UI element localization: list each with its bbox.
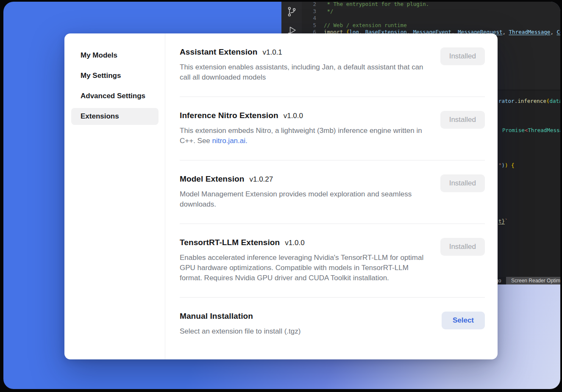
extension-version: v1.0.27: [249, 175, 273, 184]
extension-row-manual-installation: Manual Installation Select an extension …: [180, 297, 485, 351]
extension-version: v1.0.1: [263, 48, 282, 57]
extension-row-assistant: Assistant Extension v1.0.1 This extensio…: [180, 33, 485, 97]
code-fragment: ")) {: [498, 162, 515, 169]
extension-name: Assistant Extension: [180, 47, 258, 57]
sidebar-item-my-models[interactable]: My Models: [71, 47, 159, 64]
status-item-screen-reader[interactable]: Screen Reader Optimize: [506, 277, 560, 284]
code-fragment: rator.inference(data));: [498, 98, 560, 105]
extension-description: Model Management Extension provides mode…: [180, 189, 428, 210]
select-button[interactable]: Select: [442, 312, 485, 329]
installed-button[interactable]: Installed: [440, 174, 485, 192]
code-fragment: t}`: [498, 218, 508, 225]
extension-row-inference-nitro: Inference Nitro Extension v1.0.0 This ex…: [180, 97, 485, 160]
settings-modal: My Models My Settings Advanced Settings …: [64, 33, 498, 359]
extensions-list: Assistant Extension v1.0.1 This extensio…: [165, 33, 498, 359]
installed-button[interactable]: Installed: [440, 111, 485, 129]
source-control-icon[interactable]: [286, 6, 298, 17]
extension-description: Select an extension file to install (.tg…: [180, 326, 428, 337]
sidebar-item-my-settings[interactable]: My Settings: [71, 67, 159, 84]
extension-name: Model Extension: [180, 174, 244, 184]
extension-description: Enables accelerated inference leveraging…: [180, 253, 428, 283]
installed-button[interactable]: Installed: [440, 238, 485, 256]
extension-description: This extension embeds Nitro, a lightweig…: [180, 126, 428, 146]
sidebar-item-advanced-settings[interactable]: Advanced Settings: [71, 88, 159, 105]
code-fragment: Promise<ThreadMessage>: [502, 127, 560, 134]
sidebar-item-extensions[interactable]: Extensions: [71, 108, 159, 125]
app-window: 2 * The entrypoint for the plugin.3 */45…: [3, 2, 560, 389]
installed-button[interactable]: Installed: [440, 47, 485, 65]
extension-name: Inference Nitro Extension: [180, 111, 278, 120]
extension-name: Manual Installation: [180, 312, 253, 321]
extension-name: TensortRT-LLM Extension: [180, 238, 280, 247]
nitro-jan-ai-link[interactable]: nitro.jan.ai.: [212, 137, 248, 145]
extension-description: This extension enables assistants, inclu…: [180, 62, 428, 83]
settings-sidebar: My Models My Settings Advanced Settings …: [64, 33, 165, 359]
extension-row-model: Model Extension v1.0.27 Model Management…: [180, 160, 485, 224]
extension-version: v1.0.0: [284, 112, 303, 120]
extension-row-tensorrt-llm: TensortRT-LLM Extension v1.0.0 Enables a…: [180, 224, 485, 297]
extension-version: v1.0.0: [285, 239, 304, 247]
code-lines: 2 * The entrypoint for the plugin.3 */45…: [302, 2, 560, 36]
